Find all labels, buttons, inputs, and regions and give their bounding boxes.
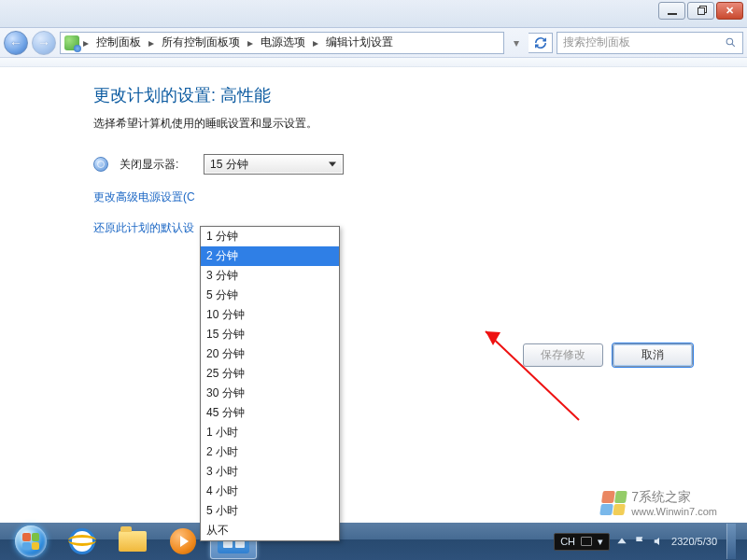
control-panel-icon — [64, 35, 79, 50]
windows-flag-icon — [599, 491, 627, 515]
keyboard-icon — [581, 537, 592, 546]
page-subtitle: 选择希望计算机使用的睡眠设置和显示设置。 — [93, 116, 710, 132]
windows-orb-icon — [15, 525, 47, 557]
chevron-right-icon: ▸ — [246, 36, 255, 49]
address-dropdown-button[interactable]: ▾ — [508, 36, 525, 49]
svg-marker-7 — [617, 539, 626, 544]
close-button[interactable]: ✕ — [716, 2, 743, 20]
breadcrumb-item[interactable]: 电源选项 — [257, 33, 309, 52]
svg-point-0 — [726, 38, 733, 45]
chevron-right-icon: ▸ — [81, 36, 91, 49]
dropdown-option[interactable]: 1 分钟 — [201, 227, 339, 246]
dropdown-option[interactable]: 3 分钟 — [201, 266, 339, 286]
dropdown-option[interactable]: 5 分钟 — [201, 286, 339, 305]
toolstrip — [0, 58, 747, 67]
chevron-right-icon: ▸ — [147, 36, 156, 49]
forward-button[interactable]: → — [32, 31, 56, 55]
tray-clock[interactable]: 2320/5/30 — [671, 536, 717, 547]
dropdown-option[interactable]: 30 分钟 — [201, 384, 339, 403]
dropdown-option[interactable]: 45 分钟 — [201, 403, 339, 423]
ime-options-icon: ▾ — [598, 536, 603, 548]
refresh-button[interactable] — [529, 33, 553, 53]
tray-show-hidden-icon[interactable] — [615, 535, 628, 548]
search-input[interactable]: 搜索控制面板 — [557, 32, 743, 54]
dropdown-option[interactable]: 20 分钟 — [201, 344, 339, 364]
folder-icon — [119, 531, 147, 552]
dropdown-option[interactable]: 5 小时 — [201, 501, 339, 521]
language-indicator: CH — [560, 536, 575, 547]
watermark-line1: 7系统之家 — [631, 489, 717, 506]
breadcrumb-item[interactable]: 编辑计划设置 — [322, 33, 397, 52]
dropdown-option[interactable]: 从不 — [201, 521, 339, 540]
display-off-combo[interactable]: 15 分钟 — [204, 154, 344, 175]
setting-label: 关闭显示器: — [120, 157, 192, 173]
flag-icon[interactable] — [634, 535, 647, 548]
media-player-icon — [170, 528, 196, 554]
start-button[interactable] — [6, 523, 56, 560]
maximize-button[interactable] — [687, 2, 714, 20]
volume-icon[interactable] — [653, 535, 666, 548]
combo-value: 15 分钟 — [210, 157, 248, 173]
dropdown-option[interactable]: 1 小时 — [201, 423, 339, 442]
navigation-bar: ← → ▸ 控制面板 ▸ 所有控制面板项 ▸ 电源选项 ▸ 编辑计划设置 ▾ 搜… — [0, 28, 747, 58]
page-title: 更改计划的设置: 高性能 — [93, 84, 710, 106]
search-placeholder: 搜索控制面板 — [563, 35, 630, 50]
svg-line-1 — [732, 44, 735, 47]
ie-icon — [69, 528, 95, 554]
taskbar-item-explorer[interactable] — [109, 524, 156, 559]
display-off-dropdown[interactable]: 1 分钟2 分钟3 分钟5 分钟10 分钟15 分钟20 分钟25 分钟30 分… — [200, 226, 340, 541]
minimize-button[interactable] — [658, 2, 685, 20]
cancel-button[interactable]: 取消 — [613, 343, 693, 367]
chevron-right-icon: ▸ — [311, 36, 320, 49]
annotation-arrow — [467, 317, 598, 429]
dropdown-option[interactable]: 15 分钟 — [201, 325, 339, 344]
link-advanced-power-settings[interactable]: 更改高级电源设置(C — [93, 189, 710, 205]
dropdown-option[interactable]: 2 小时 — [201, 442, 339, 462]
monitor-icon — [93, 157, 108, 172]
search-icon — [725, 36, 737, 49]
window-titlebar: ✕ — [0, 0, 747, 28]
system-tray: CH ▾ 2320/5/30 — [554, 523, 741, 560]
save-button[interactable]: 保存修改 — [523, 343, 603, 367]
watermark-line2: www.Winwin7.com — [631, 506, 717, 517]
breadcrumb-item[interactable]: 所有控制面板项 — [158, 33, 244, 52]
watermark: 7系统之家 www.Winwin7.com — [601, 489, 717, 517]
dropdown-option[interactable]: 25 分钟 — [201, 364, 339, 384]
setting-row-display-off: 关闭显示器: 15 分钟 — [93, 154, 710, 175]
taskbar: CH ▾ 2320/5/30 — [0, 523, 747, 560]
dropdown-option[interactable]: 10 分钟 — [201, 305, 339, 325]
content-area: 更改计划的设置: 高性能 选择希望计算机使用的睡眠设置和显示设置。 关闭显示器:… — [0, 67, 747, 236]
link-restore-defaults[interactable]: 还原此计划的默认设 — [93, 220, 710, 236]
svg-marker-6 — [486, 331, 500, 345]
breadcrumb-item[interactable]: 控制面板 — [92, 33, 145, 52]
svg-marker-2 — [329, 162, 336, 167]
taskbar-item-ie[interactable] — [59, 524, 106, 559]
action-buttons: 保存修改 取消 — [523, 343, 693, 367]
dropdown-option[interactable]: 4 小时 — [201, 482, 339, 501]
address-bar[interactable]: ▸ 控制面板 ▸ 所有控制面板项 ▸ 电源选项 ▸ 编辑计划设置 — [60, 32, 504, 54]
dropdown-option[interactable]: 2 分钟 — [201, 246, 339, 266]
language-bar[interactable]: CH ▾ — [554, 533, 610, 551]
chevron-down-icon — [326, 161, 339, 168]
dropdown-option[interactable]: 3 小时 — [201, 462, 339, 482]
back-button[interactable]: ← — [4, 31, 28, 55]
show-desktop-button[interactable] — [726, 524, 736, 559]
